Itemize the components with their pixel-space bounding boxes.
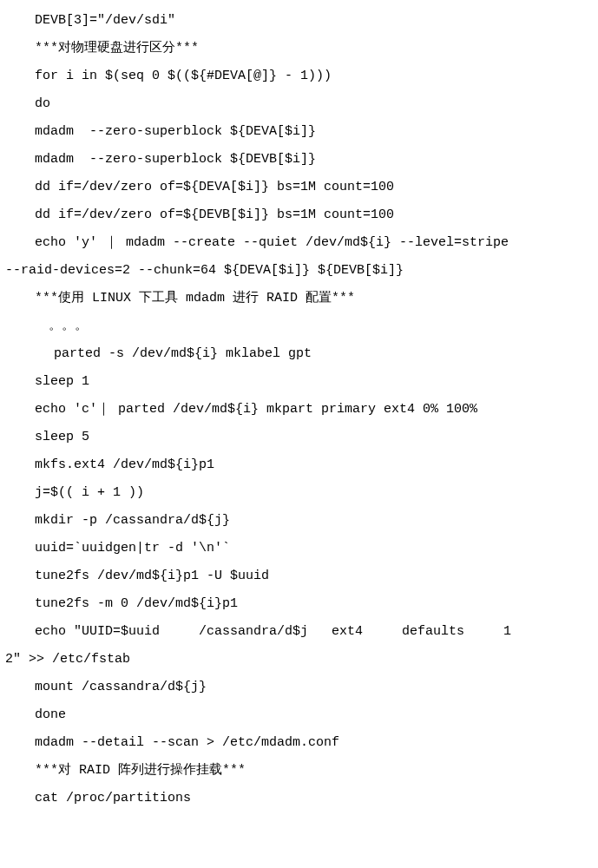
code-line: tune2fs /dev/md${i}p1 -U $uuid	[0, 562, 598, 590]
code-line: mount /cassandra/d${j}	[0, 674, 598, 701]
code-line: sleep 1	[0, 368, 598, 396]
code-line: echo "UUID=$uuid /cassandra/d$j ext4 def…	[0, 618, 598, 646]
code-line: tune2fs -m 0 /dev/md${i}p1	[0, 590, 598, 618]
code-line: parted -s /dev/md${i} mklabel gpt	[0, 340, 598, 368]
code-line: echo 'y' ｜ mdadm --create --quiet /dev/m…	[0, 229, 598, 257]
code-line: echo 'c'｜ parted /dev/md${i} mkpart prim…	[0, 396, 598, 424]
code-line: cat /proc/partitions	[0, 785, 598, 812]
code-line: --raid-devices=2 --chunk=64 ${DEVA[$i]} …	[0, 257, 598, 285]
code-line: dd if=/dev/zero of=${DEVA[$i]} bs=1M cou…	[0, 174, 598, 201]
code-line: do	[0, 90, 598, 118]
code-line: ***对物理硬盘进行区分***	[0, 35, 598, 62]
code-line: done	[0, 701, 598, 729]
code-line: mdadm --zero-superblock ${DEVA[$i]}	[0, 118, 598, 146]
code-line: ***对 RAID 阵列进行操作挂载***	[0, 757, 598, 785]
code-line: mkfs.ext4 /dev/md${i}p1	[0, 451, 598, 479]
code-line: ***使用 LINUX 下工具 mdadm 进行 RAID 配置***	[0, 285, 598, 312]
code-line: mdadm --detail --scan > /etc/mdadm.conf	[0, 729, 598, 757]
code-line: for i in $(seq 0 $((${#DEVA[@]} - 1)))	[0, 62, 598, 90]
code-line: DEVB[3]="/dev/sdi"	[0, 7, 598, 35]
code-line: dd if=/dev/zero of=${DEVB[$i]} bs=1M cou…	[0, 201, 598, 229]
code-line: 2" >> /etc/fstab	[0, 646, 598, 674]
code-line: sleep 5	[0, 424, 598, 451]
code-line: j=$(( i + 1 ))	[0, 479, 598, 507]
code-line: mkdir -p /cassandra/d${j}	[0, 507, 598, 535]
code-line: mdadm --zero-superblock ${DEVB[$i]}	[0, 146, 598, 174]
code-line: uuid=`uuidgen|tr -d '\n'`	[0, 535, 598, 562]
code-line: 。。。	[0, 312, 598, 340]
code-block: DEVB[3]="/dev/sdi"***对物理硬盘进行区分***for i i…	[0, 7, 598, 812]
